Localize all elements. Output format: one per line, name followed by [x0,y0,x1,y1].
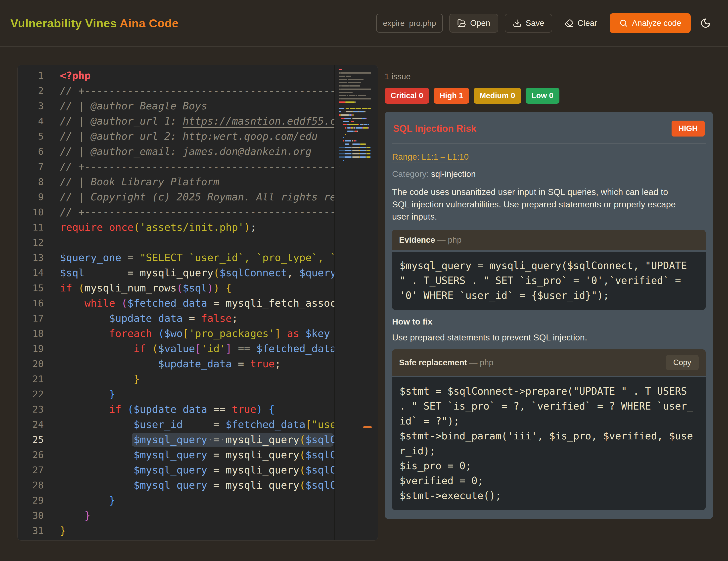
line-number: 8 [18,174,44,189]
line-content[interactable]: } [44,493,334,508]
line-content[interactable]: $sql = mysqli_query($sqlConnect, $query_… [44,265,334,280]
line-content[interactable]: // | @author_url 1: https://masntion.edd… [44,114,334,129]
line-content[interactable]: // | @author_email: james.don@dankein.or… [44,144,334,159]
line-number: 28 [18,478,44,493]
code-line[interactable]: 13$query_one = "SELECT `user_id`, `pro_t… [18,250,334,265]
clear-button[interactable]: Clear [559,14,603,33]
code-line[interactable]: 12 [18,235,334,250]
code-line[interactable]: 31} [18,523,334,538]
safe-replacement-block: Safe replacement — php Copy $stmt = $sql… [392,349,706,510]
line-content[interactable]: $mysql_query = mysqli_query($sqlConnect,… [44,478,334,493]
line-content[interactable]: // | @author_url 2: http:wert.qoop.com/e… [44,129,334,144]
open-button[interactable]: Open [449,14,498,33]
code-line[interactable]: 20 $update_data = true; [18,356,334,372]
save-button[interactable]: Save [505,14,552,33]
line-content[interactable]: $mysql_query = mysqli_query($sqlConnect,… [44,447,334,463]
code-line[interactable]: 21 } [18,372,334,387]
line-number: 7 [18,159,44,174]
copy-button[interactable]: Copy [666,355,699,370]
line-content[interactable]: // | Copyright (c) 2025 Royman. All righ… [44,189,334,205]
code-line[interactable]: 30 } [18,508,334,523]
code-line[interactable]: 27 $mysql_query = mysqli_query($sqlConne… [18,463,334,478]
line-content[interactable]: $update_data = true; [44,356,334,372]
code-line[interactable]: 9// | Copyright (c) 2025 Royman. All rig… [18,189,334,205]
analysis-panel: 1 issue Critical 0High 1Medium 0Low 0 SQ… [385,65,713,519]
line-content[interactable]: while ($fetched_data = mysqli_fetch_asso… [44,296,334,311]
severity-badge-critical[interactable]: Critical 0 [385,88,429,104]
line-content[interactable]: // | @author Beagle Boys [44,98,334,114]
code-line[interactable]: 19 if ($value['id'] == $fetched_data['pr… [18,341,334,356]
code-line[interactable]: 16 while ($fetched_data = mysqli_fetch_a… [18,296,334,311]
code-line[interactable]: 1<?php [18,68,334,83]
filename-input[interactable] [376,14,443,33]
line-content[interactable]: // | Book Library Platform [44,174,334,189]
line-content[interactable]: } [44,523,334,538]
line-number: 23 [18,402,44,417]
code-line[interactable]: 7// +-----------------------------------… [18,159,334,174]
code-line[interactable]: 24 $user_id = $fetched_data["user_id"]; [18,417,334,432]
line-content[interactable]: $mysql_query = mysqli_query($sqlConnect,… [44,463,334,478]
code-line[interactable]: 17 $update_data = false; [18,311,334,326]
code-line[interactable]: 3// | @author Beagle Boys [18,98,334,114]
line-content[interactable]: <?php [44,68,334,83]
code-line[interactable]: 14$sql = mysqli_query($sqlConnect, $quer… [18,265,334,280]
line-content[interactable] [44,235,334,250]
line-content[interactable]: foreach ($wo['pro_packages'] as $key => … [44,326,334,341]
line-content[interactable]: } [44,508,334,523]
line-content[interactable]: $mysql_query·=·mysqli_query($sqlConnect,… [44,432,334,447]
severity-badge-medium[interactable]: Medium 0 [474,88,521,104]
line-number: 31 [18,523,44,538]
code-line[interactable]: 18 foreach ($wo['pro_packages'] as $key … [18,326,334,341]
severity-badge-low[interactable]: Low 0 [526,88,559,104]
code-line[interactable]: 15if (mysqli_num_rows($sql)) { [18,280,334,296]
minimap-issue-marker [363,426,372,428]
line-number: 17 [18,311,44,326]
severity-badge-high[interactable]: High 1 [434,88,469,104]
issues-summary: 1 issue [385,72,713,81]
line-number: 11 [18,220,44,235]
safe-replacement-header: Safe replacement — php Copy [392,349,706,376]
theme-toggle[interactable] [697,14,713,33]
code-line[interactable]: 25 $mysql_query·=·mysqli_query($sqlConne… [18,432,334,447]
line-content[interactable]: $user_id = $fetched_data["user_id"]; [44,417,334,432]
line-number: 3 [18,98,44,114]
code-editor[interactable]: 1<?php2// +-----------------------------… [17,65,378,541]
line-content[interactable]: $query_one = "SELECT `user_id`, `pro_typ… [44,250,334,265]
line-content[interactable]: require_once('assets/init.php'); [44,220,334,235]
clear-button-label: Clear [578,18,597,28]
line-number: 24 [18,417,44,432]
minimap[interactable] [339,69,371,169]
line-content[interactable]: if (mysqli_num_rows($sql)) { [44,280,334,296]
line-content[interactable]: if ($value['id'] == $fetched_data['pro_t… [44,341,334,356]
code-line[interactable]: 28 $mysql_query = mysqli_query($sqlConne… [18,478,334,493]
issue-description: The code uses unsanitized user input in … [392,186,685,223]
line-content[interactable]: // +------------------------------------… [44,83,334,98]
line-content[interactable]: $update_data = false; [44,311,334,326]
issue-card-header: SQL Injection Risk HIGH [392,119,706,144]
line-content[interactable]: } [44,387,334,402]
issue-range-link[interactable]: Range: L1:1 – L1:10 [392,152,469,162]
line-number: 10 [18,205,44,220]
code-lines[interactable]: 1<?php2// +-----------------------------… [18,65,334,538]
code-line[interactable]: 11require_once('assets/init.php'); [18,220,334,235]
code-line[interactable]: 22 } [18,387,334,402]
editor-seam [334,65,335,540]
code-line[interactable]: 23 if ($update_data == true) { [18,402,334,417]
code-line[interactable]: 4// | @author_url 1: https://masntion.ed… [18,114,334,129]
code-line[interactable]: 5// | @author_url 2: http:wert.qoop.com/… [18,129,334,144]
line-content[interactable]: if ($update_data == true) { [44,402,334,417]
code-line[interactable]: 8// | Book Library Platform [18,174,334,189]
code-line[interactable]: 6// | @author_email: james.don@dankein.o… [18,144,334,159]
line-number: 21 [18,372,44,387]
analyze-code-button[interactable]: Analyze code [610,13,691,33]
line-content[interactable]: // +------------------------------------… [44,205,334,220]
code-line[interactable]: 26 $mysql_query = mysqli_query($sqlConne… [18,447,334,463]
line-number: 22 [18,387,44,402]
code-line[interactable]: 2// +-----------------------------------… [18,83,334,98]
open-button-label: Open [470,18,490,28]
code-line[interactable]: 29 } [18,493,334,508]
code-line[interactable]: 10// +----------------------------------… [18,205,334,220]
main-content: 1<?php2// +-----------------------------… [0,65,728,541]
line-content[interactable]: // +------------------------------------… [44,159,334,174]
line-content[interactable]: } [44,372,334,387]
